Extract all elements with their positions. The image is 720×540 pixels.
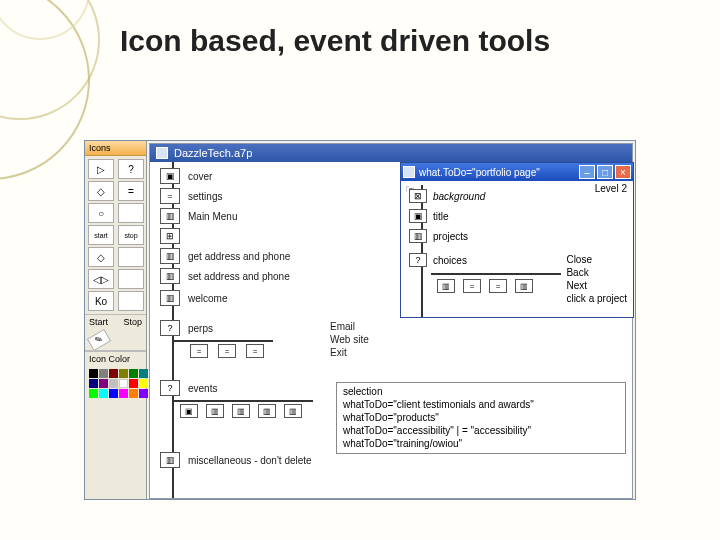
map-icon: ▥ bbox=[160, 208, 180, 224]
tool-display-icon[interactable]: ▷ bbox=[88, 159, 114, 179]
flow-label: events bbox=[188, 383, 217, 394]
swatch[interactable] bbox=[89, 369, 98, 378]
flow-label: miscellaneous - don't delete bbox=[188, 455, 312, 466]
flow-label: welcome bbox=[188, 293, 227, 304]
child-item-title[interactable]: ▣ title bbox=[409, 209, 449, 223]
map-icon: ▥ bbox=[409, 229, 427, 243]
swatch[interactable] bbox=[139, 389, 148, 398]
swatch[interactable] bbox=[99, 369, 108, 378]
branch-line bbox=[173, 400, 313, 402]
map-icon: ▥ bbox=[160, 290, 180, 306]
selection-line: whatToDo="training/owiou" bbox=[343, 437, 619, 450]
swatch[interactable] bbox=[119, 379, 128, 388]
display-icon: ⊠ bbox=[409, 189, 427, 203]
map-icon: ⊞ bbox=[160, 228, 180, 244]
tool-decision-icon[interactable]: ? bbox=[118, 159, 144, 179]
tool-blank-icon[interactable] bbox=[118, 269, 144, 289]
flow-item-setaddr[interactable]: ▥ set address and phone bbox=[160, 268, 290, 284]
swatch[interactable] bbox=[139, 369, 148, 378]
flow-label: cover bbox=[188, 171, 212, 182]
tool-interaction-icon[interactable]: ◇ bbox=[88, 181, 114, 201]
selection-line: whatToDo="products" bbox=[343, 411, 619, 424]
swatch[interactable] bbox=[119, 369, 128, 378]
palette-label: Icon Color bbox=[85, 351, 146, 366]
map-icon: ▥ bbox=[160, 452, 180, 468]
app-icon bbox=[156, 147, 168, 159]
wand-icon[interactable]: ✎ bbox=[87, 329, 111, 351]
flow-item-welcome[interactable]: ▥ welcome bbox=[160, 290, 227, 306]
branch-node[interactable]: = bbox=[190, 344, 208, 358]
branch-node[interactable]: ▥ bbox=[437, 279, 455, 293]
tool-blank-icon[interactable] bbox=[118, 291, 144, 311]
toolbox-start-stop-row: Start Stop bbox=[85, 314, 146, 329]
child-title: what.ToDo="portfolio page" bbox=[419, 167, 540, 178]
tool-blank-icon[interactable] bbox=[118, 247, 144, 267]
selection-detail-box: selection whatToDo="client testimonials … bbox=[336, 382, 626, 454]
branch-node[interactable]: ▥ bbox=[232, 404, 250, 418]
child-body[interactable]: Level 2 ☞ ⊠ background ▣ title ▥ project… bbox=[401, 181, 633, 317]
slide-title: Icon based, event driven tools bbox=[120, 24, 550, 58]
tool-framework-icon[interactable]: ◇ bbox=[88, 247, 114, 267]
child-flow-line bbox=[421, 185, 423, 317]
flow-item-settings[interactable]: = settings bbox=[160, 188, 222, 204]
swatch[interactable] bbox=[109, 369, 118, 378]
branch-node[interactable]: = bbox=[246, 344, 264, 358]
tool-start-icon[interactable]: start bbox=[88, 225, 114, 245]
swatch[interactable] bbox=[89, 389, 98, 398]
level-label: Level 2 bbox=[595, 183, 627, 194]
flow-item-group[interactable]: ⊞ bbox=[160, 228, 180, 244]
swatch[interactable] bbox=[99, 379, 108, 388]
decision-icon: ? bbox=[160, 320, 180, 336]
swatch[interactable] bbox=[129, 389, 138, 398]
tool-ko-icon[interactable]: Ko bbox=[88, 291, 114, 311]
child-item-choices[interactable]: ? choices bbox=[409, 253, 467, 267]
maximize-button[interactable]: □ bbox=[597, 165, 613, 179]
design-titlebar[interactable]: DazzleTech.a7p bbox=[150, 144, 632, 162]
flow-item-perps[interactable]: ? perps bbox=[160, 320, 213, 336]
flow-item-events[interactable]: ? events bbox=[160, 380, 217, 396]
calc-icon: = bbox=[160, 188, 180, 204]
color-palette bbox=[85, 366, 146, 401]
swatch[interactable] bbox=[109, 379, 118, 388]
toolbox-wand-row: ✎ bbox=[85, 329, 146, 351]
minimize-button[interactable]: – bbox=[579, 165, 595, 179]
child-item-background[interactable]: ⊠ background bbox=[409, 189, 485, 203]
swatch[interactable] bbox=[99, 389, 108, 398]
child-titlebar[interactable]: what.ToDo="portfolio page" – □ × bbox=[401, 163, 633, 181]
branch-node[interactable]: = bbox=[463, 279, 481, 293]
swatch[interactable] bbox=[139, 379, 148, 388]
swatch[interactable] bbox=[129, 379, 138, 388]
swatch[interactable] bbox=[119, 389, 128, 398]
map-icon: ▥ bbox=[160, 248, 180, 264]
branch-node[interactable]: ▥ bbox=[515, 279, 533, 293]
child-item-projects[interactable]: ▥ projects bbox=[409, 229, 468, 243]
tool-navigate-icon[interactable]: ◁▷ bbox=[88, 269, 114, 289]
authoring-app-window: Icons ▷ ? ◇ = ○ start stop ◇ ◁▷ Ko Start… bbox=[84, 140, 636, 500]
branch-node[interactable]: = bbox=[218, 344, 236, 358]
branch-node[interactable]: ▥ bbox=[284, 404, 302, 418]
flow-item-cover[interactable]: ▣ cover bbox=[160, 168, 212, 184]
tool-blank-icon[interactable] bbox=[118, 203, 144, 223]
branch-line bbox=[173, 340, 273, 342]
toolbox-title: Icons bbox=[85, 141, 146, 156]
flow-item-mainmenu[interactable]: ▥ Main Menu bbox=[160, 208, 237, 224]
design-title: DazzleTech.a7p bbox=[174, 147, 252, 159]
tool-stop-icon[interactable]: stop bbox=[118, 225, 144, 245]
tool-map-icon[interactable]: ○ bbox=[88, 203, 114, 223]
swatch[interactable] bbox=[129, 369, 138, 378]
branch-node[interactable]: ▥ bbox=[258, 404, 276, 418]
tool-calc-icon[interactable]: = bbox=[118, 181, 144, 201]
flow-label: Main Menu bbox=[188, 211, 237, 222]
selection-line: whatToDo="client testimonials and awards… bbox=[343, 398, 619, 411]
close-button[interactable]: × bbox=[615, 165, 631, 179]
design-body[interactable]: ▣ cover = settings ▥ Main Menu ⊞ ▥ get a… bbox=[150, 162, 632, 498]
branch-node[interactable]: ▣ bbox=[180, 404, 198, 418]
app-icon bbox=[403, 166, 415, 178]
swatch[interactable] bbox=[89, 379, 98, 388]
flow-item-misc[interactable]: ▥ miscellaneous - don't delete bbox=[160, 452, 312, 468]
branch-node[interactable]: ▥ bbox=[206, 404, 224, 418]
decision-icon: ? bbox=[409, 253, 427, 267]
flow-item-getaddr[interactable]: ▥ get address and phone bbox=[160, 248, 290, 264]
swatch[interactable] bbox=[109, 389, 118, 398]
branch-node[interactable]: = bbox=[489, 279, 507, 293]
